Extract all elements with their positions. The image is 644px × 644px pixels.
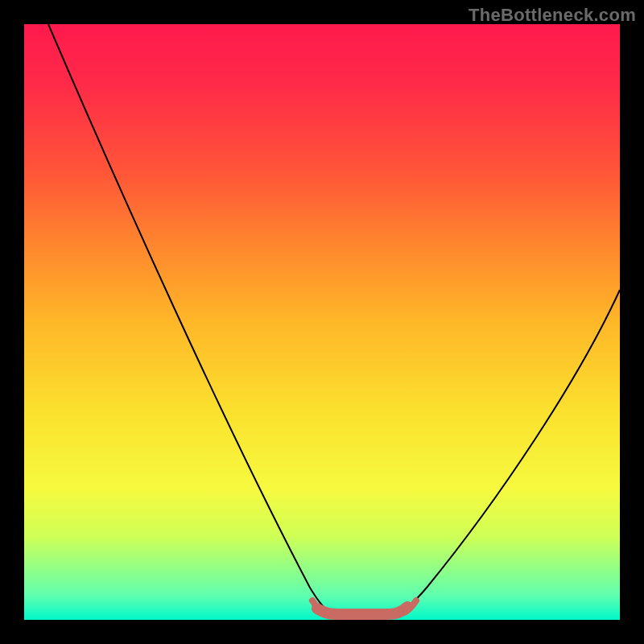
plot-area xyxy=(24,24,620,620)
curve-svg xyxy=(24,24,620,620)
watermark-text: TheBottleneck.com xyxy=(469,5,636,26)
bottleneck-curve xyxy=(48,24,620,613)
flat-region-highlight xyxy=(317,607,407,614)
chart-frame: TheBottleneck.com xyxy=(0,0,644,644)
